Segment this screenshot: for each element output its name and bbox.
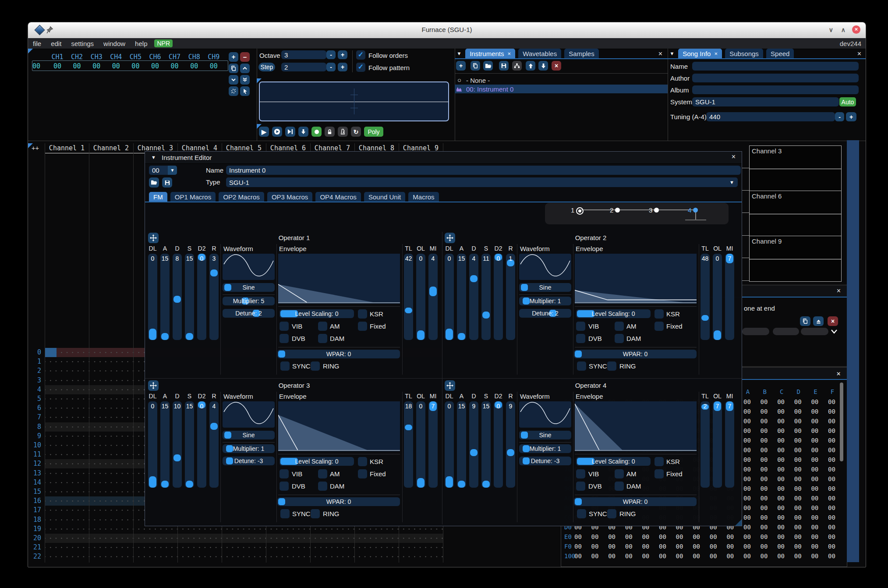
tuning-minus-button[interactable]: - bbox=[835, 112, 844, 121]
hex-cell[interactable]: 00 bbox=[761, 514, 768, 521]
hex-cell[interactable]: 00 bbox=[794, 456, 802, 463]
hex-cell[interactable]: 00 bbox=[777, 427, 785, 434]
hex-cell[interactable]: 00 bbox=[828, 514, 835, 521]
hex-cell[interactable]: 00 bbox=[811, 446, 818, 453]
mi-slider[interactable]: 7 bbox=[428, 401, 438, 488]
hex-cell[interactable]: 00 bbox=[811, 495, 818, 502]
ol-slider[interactable]: 0 bbox=[416, 401, 425, 488]
hex-cell[interactable]: 00 bbox=[828, 504, 835, 511]
hex-cell[interactable]: 00 bbox=[659, 553, 666, 560]
hex-cell[interactable]: 00 bbox=[761, 456, 768, 463]
detune-slider[interactable]: Detune: -3 bbox=[223, 457, 275, 465]
slider-handle[interactable] bbox=[161, 481, 169, 488]
dam-checkbox[interactable] bbox=[615, 482, 624, 491]
hex-cell[interactable]: 00 bbox=[761, 398, 768, 405]
hex-cell[interactable]: 00 bbox=[642, 553, 649, 560]
step-button[interactable]: Step bbox=[258, 63, 275, 71]
dvb-checkbox[interactable] bbox=[279, 334, 289, 343]
pattern-row[interactable] bbox=[45, 534, 443, 543]
level-scaling-slider[interactable]: Level Scaling: 0 bbox=[279, 457, 354, 466]
order-cell[interactable]: 00 bbox=[73, 62, 81, 70]
hex-cell[interactable]: 00 bbox=[743, 485, 751, 492]
detune-slider[interactable]: Detune: 2 bbox=[519, 309, 571, 318]
order-cell[interactable]: 00 bbox=[131, 62, 139, 70]
hex-cell[interactable]: 00 bbox=[743, 446, 751, 453]
hex-cell[interactable]: 00 bbox=[828, 495, 835, 502]
slider-handle[interactable] bbox=[482, 312, 490, 319]
slider-handle[interactable] bbox=[458, 333, 465, 340]
menu-help[interactable]: help bbox=[130, 40, 152, 47]
hex-cell[interactable]: 00 bbox=[608, 553, 616, 560]
slider-handle[interactable] bbox=[186, 481, 193, 488]
hex-cell[interactable]: 00 bbox=[761, 408, 768, 415]
hex-cell[interactable]: 00 bbox=[794, 475, 802, 482]
hex-cell[interactable]: 00 bbox=[726, 543, 734, 550]
tab-op3-macros[interactable]: OP3 Macros bbox=[267, 192, 312, 202]
hex-cell[interactable]: 00 bbox=[777, 514, 785, 521]
hex-cell[interactable]: 00 bbox=[761, 475, 768, 482]
ol-slider[interactable]: 7 bbox=[713, 401, 722, 488]
hex-cell[interactable]: 00 bbox=[743, 456, 751, 463]
d-slider[interactable]: 10 bbox=[173, 401, 182, 488]
d-slider[interactable]: 8 bbox=[173, 254, 182, 340]
tab-close-icon[interactable]: × bbox=[508, 50, 511, 57]
resize-grip[interactable] bbox=[735, 519, 742, 526]
pattern-cursor[interactable] bbox=[45, 348, 57, 357]
dam-checkbox[interactable] bbox=[318, 334, 327, 343]
alg-node-3[interactable] bbox=[654, 208, 659, 213]
order-cell[interactable]: 00 bbox=[151, 62, 159, 70]
move-handle[interactable] bbox=[445, 380, 455, 391]
tl-slider[interactable]: 18 bbox=[404, 401, 413, 488]
hex-cell[interactable]: 00 bbox=[811, 475, 818, 482]
hex-cell[interactable]: 00 bbox=[574, 543, 582, 550]
hex-cell[interactable]: 00 bbox=[794, 466, 802, 473]
hex-cell[interactable]: 00 bbox=[608, 543, 616, 550]
hex-cell[interactable]: 00 bbox=[710, 543, 717, 550]
order-cell[interactable]: 00 bbox=[112, 62, 120, 70]
hex-cell[interactable]: 00 bbox=[828, 456, 835, 463]
hex-cell[interactable]: 00 bbox=[811, 418, 818, 425]
collapse-icon[interactable]: ▼ bbox=[151, 155, 156, 160]
a-slider[interactable]: 15 bbox=[457, 254, 466, 340]
channel-header[interactable]: Channel 1 bbox=[45, 143, 89, 153]
instrument-duplicate-button[interactable] bbox=[471, 61, 480, 71]
slider-handle[interactable] bbox=[210, 269, 218, 276]
hex-cell[interactable]: 00 bbox=[828, 427, 835, 434]
hex-cell[interactable]: 00 bbox=[743, 466, 751, 473]
hex-cell[interactable]: 00 bbox=[608, 533, 616, 540]
slider-handle[interactable] bbox=[701, 315, 709, 321]
hex-cell[interactable]: 00 bbox=[828, 553, 835, 560]
hex-cell[interactable]: 00 bbox=[777, 495, 785, 502]
hex-cell[interactable]: 00 bbox=[743, 533, 751, 540]
slider-handle[interactable] bbox=[417, 478, 425, 488]
wpar-slider[interactable]: WPAR: 0 bbox=[277, 350, 400, 358]
hex-cell[interactable]: 00 bbox=[743, 427, 751, 434]
fixed-checkbox[interactable] bbox=[358, 469, 367, 478]
dl-slider[interactable]: 0 bbox=[445, 254, 454, 340]
sync-checkbox[interactable] bbox=[577, 361, 586, 371]
instrument-down-button[interactable] bbox=[538, 61, 548, 71]
hex-cell[interactable]: 00 bbox=[743, 543, 751, 550]
ring-checkbox[interactable] bbox=[311, 361, 320, 371]
hex-cell[interactable]: 00 bbox=[710, 553, 717, 560]
hex-cell[interactable]: 00 bbox=[811, 408, 818, 415]
hex-cell[interactable]: 00 bbox=[794, 427, 802, 434]
d2-slider[interactable]: 0 bbox=[494, 254, 503, 340]
mi-slider[interactable]: 7 bbox=[725, 254, 734, 340]
hex-cell[interactable]: 00 bbox=[761, 418, 768, 425]
hex-cell[interactable]: 00 bbox=[625, 553, 633, 560]
slider-handle[interactable] bbox=[429, 287, 437, 296]
system-input[interactable]: SGU-1 bbox=[692, 97, 839, 106]
order-up-button[interactable] bbox=[240, 64, 250, 73]
a-slider[interactable]: 15 bbox=[160, 401, 170, 488]
slider-handle[interactable] bbox=[470, 275, 478, 282]
sync-checkbox[interactable] bbox=[577, 509, 586, 518]
order-cell[interactable]: 00 bbox=[210, 62, 218, 70]
hex-cell[interactable]: 00 bbox=[777, 398, 785, 405]
order-cell[interactable]: 00 bbox=[53, 62, 61, 70]
slider-handle[interactable] bbox=[173, 454, 181, 461]
r-slider[interactable]: 3 bbox=[209, 254, 219, 340]
move-handle[interactable] bbox=[148, 233, 159, 243]
pattern-row[interactable] bbox=[45, 543, 443, 552]
hex-cell[interactable]: 00 bbox=[811, 437, 818, 444]
